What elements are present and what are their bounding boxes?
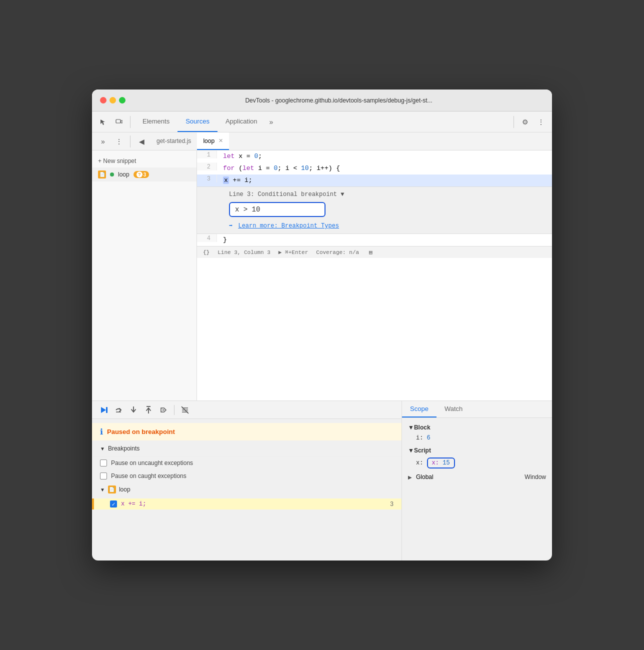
scope-script-header[interactable]: ▼Script (402, 445, 552, 456)
cursor-icon[interactable] (96, 115, 110, 129)
step-out-icon[interactable] (143, 404, 154, 416)
breakpoint-header: Line 3: Conditional breakpoint ▼ (203, 191, 546, 198)
traffic-lights (100, 97, 126, 104)
line-content-1[interactable]: let x = 0; (217, 150, 552, 162)
loop-triangle-icon: ▼ (100, 487, 105, 492)
snippet-file-icon: 📄 (98, 170, 106, 178)
toolbar-separator (130, 116, 130, 128)
loop-section: ▼ 📄 loop (92, 482, 402, 498)
breakpoint-input-container[interactable] (229, 202, 326, 217)
breakpoint-checkbox[interactable]: ✓ (110, 500, 117, 508)
debug-content: ℹ Paused on breakpoint ▼ Breakpoints Pau… (92, 419, 402, 514)
svg-rect-1 (121, 120, 122, 123)
file-tab-close-icon[interactable]: ✕ (218, 138, 223, 144)
paused-banner: ℹ Paused on breakpoint (92, 423, 402, 441)
tab-scope[interactable]: Scope (402, 401, 436, 418)
info-icon: ℹ (100, 427, 103, 436)
pause-caught-checkbox[interactable] (100, 472, 107, 480)
scope-block-i: i: 6 (402, 433, 552, 443)
file-tab-loop[interactable]: loop ✕ (197, 132, 229, 150)
tab-sources[interactable]: Sources (178, 112, 218, 132)
settings-icon[interactable]: ⚙ (518, 115, 532, 129)
subtoolbar-back[interactable]: ◀ (134, 134, 148, 148)
debug-section: ℹ Paused on breakpoint ▼ Breakpoints Pau… (92, 401, 402, 560)
step-icon[interactable] (158, 404, 169, 416)
svg-rect-3 (106, 407, 108, 413)
run-label[interactable]: ▶ ⌘+Enter (278, 249, 308, 256)
global-triangle-icon: ▶ (408, 474, 412, 480)
debug-toolbar (92, 401, 402, 419)
deactivate-breakpoints-icon[interactable] (180, 404, 190, 416)
line-content-4[interactable]: } (217, 234, 552, 246)
devtools-tabs: Elements Sources Application » (134, 112, 510, 132)
sidebar-content: + New snippet 📄 loop ? 3 (92, 150, 196, 186)
line-number-4: 4 (197, 234, 217, 242)
new-snippet-button[interactable]: + New snippet (92, 154, 196, 168)
close-button[interactable] (100, 97, 106, 104)
file-tabs: get-started.js loop ✕ (150, 132, 548, 150)
resume-icon[interactable] (98, 404, 109, 416)
debug-separator (174, 405, 174, 415)
subtoolbar-dots[interactable]: ⋮ (112, 134, 126, 148)
more-tabs-button[interactable]: » (266, 118, 278, 126)
learn-more-link[interactable]: Learn more: Breakpoint Types (238, 222, 339, 230)
status-bar: {} Line 3, Column 3 ▶ ⌘+Enter Coverage: … (197, 246, 552, 258)
device-icon[interactable] (112, 115, 126, 129)
badge-question-mark: ? (136, 172, 142, 178)
line-content-3[interactable]: x += i; (217, 174, 552, 186)
step-into-icon[interactable] (128, 404, 139, 416)
tab-elements[interactable]: Elements (134, 112, 178, 132)
breakpoint-line-number: 3 (390, 500, 394, 508)
coverage-info: Coverage: n/a (316, 250, 359, 256)
svg-marker-2 (101, 407, 106, 413)
line-content-2[interactable]: for (let i = 0; i < 10; i++) { (217, 162, 552, 174)
learn-more-icon: ➡ (229, 222, 232, 230)
format-icon[interactable]: {} (203, 250, 210, 256)
minimize-button[interactable] (110, 97, 116, 104)
scope-x-value: x: 15 (427, 458, 455, 468)
line-number-3: 3 (197, 174, 217, 182)
code-line-2: 2 for (let i = 0; i < 10; i++) { (197, 162, 552, 174)
tab-watch[interactable]: Watch (436, 401, 470, 418)
scope-content: ▼Block i: 6 ▼Script x: x: 15 (402, 418, 552, 560)
code-editor: 1 let x = 0; 2 for (let i = 0; i < 10; i… (197, 150, 552, 400)
step-over-icon[interactable] (113, 404, 124, 416)
pause-uncaught-checkbox[interactable] (100, 460, 107, 466)
subtoolbar-more[interactable]: » (96, 134, 110, 148)
code-line-3: 3 x += i; (197, 174, 552, 186)
scope-global-value: Window (524, 474, 546, 480)
loop-file-icon: 📄 (108, 486, 116, 494)
svg-rect-0 (116, 120, 120, 123)
scope-block-header[interactable]: ▼Block (402, 422, 552, 433)
breakpoint-condition-input[interactable] (235, 206, 320, 214)
loop-section-header[interactable]: ▼ 📄 loop (100, 486, 394, 494)
more-options-icon[interactable]: ⋮ (534, 115, 548, 129)
tab-application[interactable]: Application (218, 112, 266, 132)
breakpoint-code: x += i; (121, 500, 386, 508)
right-panel: Scope Watch ▼Block i: 6 ▼Scri (402, 401, 552, 560)
scope-block-section: ▼Block i: 6 (402, 422, 552, 443)
breakpoints-section-header[interactable]: ▼ Breakpoints (92, 441, 402, 456)
coverage-icon[interactable]: ▤ (369, 249, 372, 256)
toolbar-right: ⚙ ⋮ (512, 115, 548, 129)
snippet-badge: ? 3 (134, 171, 150, 178)
scope-global-section: ▶ Global Window (402, 472, 552, 482)
breakpoint-row[interactable]: ✓ x += i; 3 (92, 498, 402, 510)
sidebar-panel: + New snippet 📄 loop ? 3 (92, 150, 197, 400)
line-number-2: 2 (197, 162, 217, 170)
position-info: Line 3, Column 3 (218, 250, 270, 256)
sources-subtoolbar: » ⋮ ◀ get-started.js loop ✕ (92, 132, 552, 150)
scope-global-row[interactable]: ▶ Global Window (402, 472, 552, 482)
breakpoint-learn-more[interactable]: ➡ Learn more: Breakpoint Types (229, 222, 546, 230)
pause-uncaught-row: Pause on uncaught exceptions (92, 456, 402, 470)
title-bar: DevTools - googlechrome.github.io/devtoo… (92, 90, 552, 112)
editor-area: + New snippet 📄 loop ? 3 1 let (92, 150, 552, 400)
paused-text: Paused on breakpoint (107, 428, 175, 436)
file-tab-get-started[interactable]: get-started.js (150, 132, 197, 150)
devtools-toolbar: Elements Sources Application » ⚙ ⋮ (92, 112, 552, 132)
maximize-button[interactable] (119, 97, 126, 104)
snippet-item-loop[interactable]: 📄 loop ? 3 (92, 168, 196, 182)
scope-script-x: x: x: 15 (402, 456, 552, 470)
code-line-4: 4 } (197, 234, 552, 246)
snippet-active-dot (110, 172, 114, 176)
